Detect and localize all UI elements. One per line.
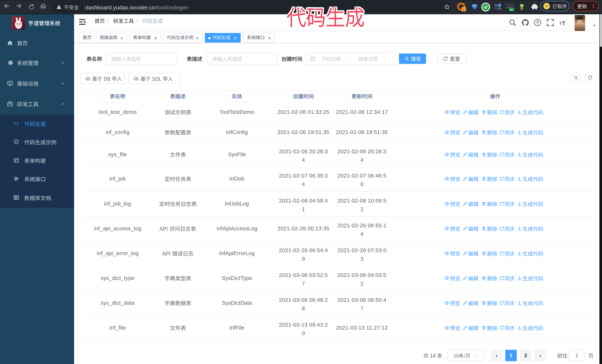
svg-text:1: 1: [463, 8, 465, 12]
svg-text:T: T: [562, 20, 566, 26]
svg-text:on: on: [510, 8, 513, 11]
svg-text:T: T: [559, 21, 562, 26]
